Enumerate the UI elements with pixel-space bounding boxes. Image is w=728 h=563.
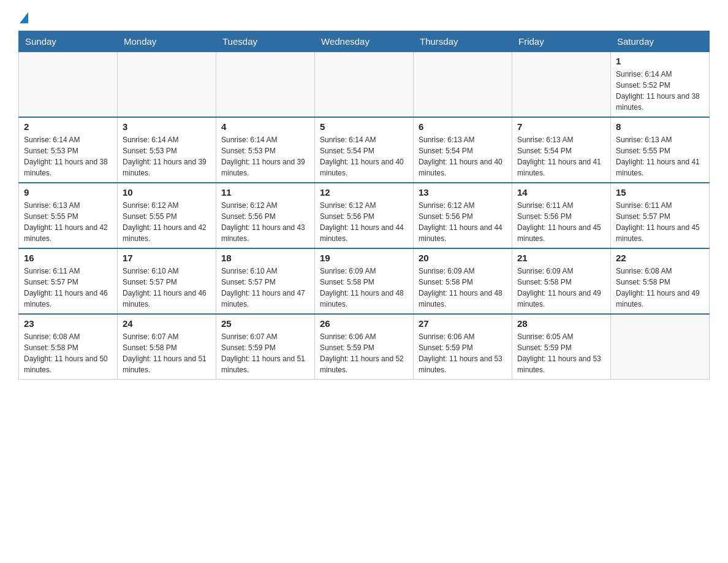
calendar-cell: 2Sunrise: 6:14 AMSunset: 5:53 PMDaylight… xyxy=(19,117,118,183)
day-number: 14 xyxy=(517,187,605,197)
day-info: Sunrise: 6:06 AMSunset: 5:59 PMDaylight:… xyxy=(419,331,507,375)
calendar-cell xyxy=(118,52,216,118)
calendar-cell: 10Sunrise: 6:12 AMSunset: 5:55 PMDayligh… xyxy=(118,183,216,248)
day-number: 2 xyxy=(24,121,112,132)
calendar-header-row: SundayMondayTuesdayWednesdayThursdayFrid… xyxy=(19,31,710,52)
day-info: Sunrise: 6:13 AMSunset: 5:55 PMDaylight:… xyxy=(24,200,112,244)
day-info: Sunrise: 6:09 AMSunset: 5:58 PMDaylight:… xyxy=(517,266,605,310)
calendar-cell: 24Sunrise: 6:07 AMSunset: 5:58 PMDayligh… xyxy=(118,314,216,380)
day-number: 24 xyxy=(123,318,211,329)
calendar-table: SundayMondayTuesdayWednesdayThursdayFrid… xyxy=(18,31,710,380)
calendar-cell: 12Sunrise: 6:12 AMSunset: 5:56 PMDayligh… xyxy=(315,183,414,248)
page-header xyxy=(18,12,710,25)
day-info: Sunrise: 6:13 AMSunset: 5:54 PMDaylight:… xyxy=(517,134,605,178)
calendar-cell: 23Sunrise: 6:08 AMSunset: 5:58 PMDayligh… xyxy=(19,314,118,380)
day-number: 3 xyxy=(123,121,211,132)
calendar-cell: 3Sunrise: 6:14 AMSunset: 5:53 PMDaylight… xyxy=(118,117,216,183)
day-number: 13 xyxy=(419,187,507,197)
calendar-cell: 26Sunrise: 6:06 AMSunset: 5:59 PMDayligh… xyxy=(315,314,414,380)
calendar-cell: 13Sunrise: 6:12 AMSunset: 5:56 PMDayligh… xyxy=(414,183,512,248)
day-number: 9 xyxy=(24,187,112,197)
calendar-cell: 14Sunrise: 6:11 AMSunset: 5:56 PMDayligh… xyxy=(512,183,611,248)
day-number: 11 xyxy=(221,187,309,197)
calendar-cell: 18Sunrise: 6:10 AMSunset: 5:57 PMDayligh… xyxy=(216,248,315,314)
day-number: 1 xyxy=(616,56,704,66)
calendar-cell: 19Sunrise: 6:09 AMSunset: 5:58 PMDayligh… xyxy=(315,248,414,314)
column-header-sunday: Sunday xyxy=(19,31,118,52)
day-number: 16 xyxy=(24,253,112,263)
calendar-cell: 21Sunrise: 6:09 AMSunset: 5:58 PMDayligh… xyxy=(512,248,611,314)
day-info: Sunrise: 6:09 AMSunset: 5:58 PMDaylight:… xyxy=(419,266,507,310)
calendar-cell: 11Sunrise: 6:12 AMSunset: 5:56 PMDayligh… xyxy=(216,183,315,248)
day-number: 8 xyxy=(616,121,704,132)
day-info: Sunrise: 6:05 AMSunset: 5:59 PMDaylight:… xyxy=(517,331,605,375)
day-number: 22 xyxy=(616,253,704,263)
day-number: 27 xyxy=(419,318,507,329)
column-header-thursday: Thursday xyxy=(414,31,512,52)
calendar-cell: 8Sunrise: 6:13 AMSunset: 5:55 PMDaylight… xyxy=(611,117,710,183)
calendar-cell xyxy=(512,52,611,118)
day-number: 7 xyxy=(517,121,605,132)
calendar-week-row: 2Sunrise: 6:14 AMSunset: 5:53 PMDaylight… xyxy=(19,117,710,183)
day-number: 26 xyxy=(320,318,408,329)
day-number: 21 xyxy=(517,253,605,263)
day-number: 23 xyxy=(24,318,112,329)
column-header-saturday: Saturday xyxy=(611,31,710,52)
calendar-cell: 17Sunrise: 6:10 AMSunset: 5:57 PMDayligh… xyxy=(118,248,216,314)
calendar-cell: 28Sunrise: 6:05 AMSunset: 5:59 PMDayligh… xyxy=(512,314,611,380)
day-info: Sunrise: 6:12 AMSunset: 5:56 PMDaylight:… xyxy=(320,200,408,244)
calendar-cell xyxy=(414,52,512,118)
day-info: Sunrise: 6:14 AMSunset: 5:53 PMDaylight:… xyxy=(123,134,211,178)
day-info: Sunrise: 6:14 AMSunset: 5:53 PMDaylight:… xyxy=(221,134,309,178)
day-info: Sunrise: 6:10 AMSunset: 5:57 PMDaylight:… xyxy=(123,266,211,310)
day-number: 15 xyxy=(616,187,704,197)
day-info: Sunrise: 6:14 AMSunset: 5:53 PMDaylight:… xyxy=(24,134,112,178)
calendar-week-row: 16Sunrise: 6:11 AMSunset: 5:57 PMDayligh… xyxy=(19,248,710,314)
column-header-tuesday: Tuesday xyxy=(216,31,315,52)
day-number: 25 xyxy=(221,318,309,329)
day-info: Sunrise: 6:12 AMSunset: 5:56 PMDaylight:… xyxy=(419,200,507,244)
calendar-cell: 6Sunrise: 6:13 AMSunset: 5:54 PMDaylight… xyxy=(414,117,512,183)
calendar-cell: 1Sunrise: 6:14 AMSunset: 5:52 PMDaylight… xyxy=(611,52,710,118)
calendar-cell: 27Sunrise: 6:06 AMSunset: 5:59 PMDayligh… xyxy=(414,314,512,380)
calendar-cell: 20Sunrise: 6:09 AMSunset: 5:58 PMDayligh… xyxy=(414,248,512,314)
day-info: Sunrise: 6:13 AMSunset: 5:54 PMDaylight:… xyxy=(419,134,507,178)
day-info: Sunrise: 6:06 AMSunset: 5:59 PMDaylight:… xyxy=(320,331,408,375)
day-info: Sunrise: 6:13 AMSunset: 5:55 PMDaylight:… xyxy=(616,134,704,178)
day-info: Sunrise: 6:07 AMSunset: 5:59 PMDaylight:… xyxy=(221,331,309,375)
day-info: Sunrise: 6:14 AMSunset: 5:52 PMDaylight:… xyxy=(616,69,704,113)
day-info: Sunrise: 6:11 AMSunset: 5:57 PMDaylight:… xyxy=(616,200,704,244)
calendar-cell: 5Sunrise: 6:14 AMSunset: 5:54 PMDaylight… xyxy=(315,117,414,183)
day-number: 6 xyxy=(419,121,507,132)
calendar-week-row: 23Sunrise: 6:08 AMSunset: 5:58 PMDayligh… xyxy=(19,314,710,380)
calendar-cell: 4Sunrise: 6:14 AMSunset: 5:53 PMDaylight… xyxy=(216,117,315,183)
day-info: Sunrise: 6:11 AMSunset: 5:56 PMDaylight:… xyxy=(517,200,605,244)
calendar-cell xyxy=(216,52,315,118)
calendar-cell xyxy=(315,52,414,118)
day-number: 4 xyxy=(221,121,309,132)
day-info: Sunrise: 6:12 AMSunset: 5:55 PMDaylight:… xyxy=(123,200,211,244)
calendar-week-row: 1Sunrise: 6:14 AMSunset: 5:52 PMDaylight… xyxy=(19,52,710,118)
day-info: Sunrise: 6:12 AMSunset: 5:56 PMDaylight:… xyxy=(221,200,309,244)
day-info: Sunrise: 6:08 AMSunset: 5:58 PMDaylight:… xyxy=(616,266,704,310)
day-number: 17 xyxy=(123,253,211,263)
day-info: Sunrise: 6:08 AMSunset: 5:58 PMDaylight:… xyxy=(24,331,112,375)
column-header-friday: Friday xyxy=(512,31,611,52)
day-number: 19 xyxy=(320,253,408,263)
column-header-monday: Monday xyxy=(118,31,216,52)
day-info: Sunrise: 6:11 AMSunset: 5:57 PMDaylight:… xyxy=(24,266,112,310)
logo-triangle-icon xyxy=(20,12,28,23)
calendar-cell: 25Sunrise: 6:07 AMSunset: 5:59 PMDayligh… xyxy=(216,314,315,380)
calendar-cell: 15Sunrise: 6:11 AMSunset: 5:57 PMDayligh… xyxy=(611,183,710,248)
day-number: 12 xyxy=(320,187,408,197)
day-number: 5 xyxy=(320,121,408,132)
calendar-cell: 9Sunrise: 6:13 AMSunset: 5:55 PMDaylight… xyxy=(19,183,118,248)
day-number: 28 xyxy=(517,318,605,329)
day-number: 18 xyxy=(221,253,309,263)
calendar-week-row: 9Sunrise: 6:13 AMSunset: 5:55 PMDaylight… xyxy=(19,183,710,248)
day-info: Sunrise: 6:10 AMSunset: 5:57 PMDaylight:… xyxy=(221,266,309,310)
day-info: Sunrise: 6:14 AMSunset: 5:54 PMDaylight:… xyxy=(320,134,408,178)
calendar-cell: 7Sunrise: 6:13 AMSunset: 5:54 PMDaylight… xyxy=(512,117,611,183)
day-number: 20 xyxy=(419,253,507,263)
day-number: 10 xyxy=(123,187,211,197)
